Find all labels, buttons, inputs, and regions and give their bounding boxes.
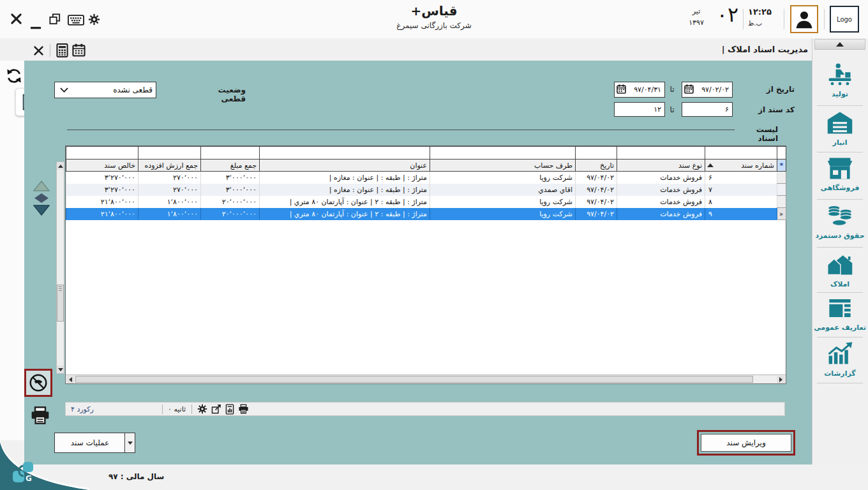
final-status-value: قطعی نشده xyxy=(68,85,156,94)
divider xyxy=(817,199,863,200)
sidebar-item-payroll[interactable]: حقوق دستمزد xyxy=(812,203,868,240)
filter-cell[interactable] xyxy=(260,147,430,160)
horizontal-scroll-thumb[interactable] xyxy=(75,376,753,383)
scroll-right-button[interactable] xyxy=(777,376,785,383)
divider xyxy=(191,405,192,414)
code-from-label: کد سند از xyxy=(756,105,795,114)
divider xyxy=(817,105,863,106)
store-icon xyxy=(826,156,854,181)
print-icon[interactable] xyxy=(29,405,51,426)
final-status-label: وضعیت قطعی xyxy=(191,85,246,103)
export-icon[interactable] xyxy=(211,404,221,417)
scroll-left-button[interactable] xyxy=(66,376,75,383)
filter-cell[interactable] xyxy=(201,147,260,160)
column-header-title[interactable]: عنوان xyxy=(260,160,430,172)
column-header-date[interactable]: تاریخ xyxy=(576,160,617,172)
date-from-field[interactable]: ۹۷/۰۲/۰۲ xyxy=(682,82,733,98)
horizontal-scrollbar[interactable] xyxy=(66,375,786,383)
cell-date: ۹۷/۰۴/۰۲ xyxy=(576,184,617,196)
user-avatar[interactable] xyxy=(790,5,818,33)
cell-net: ۳٬۲۷۰٬۰۰۰ xyxy=(66,172,138,184)
to-label: تا xyxy=(666,85,678,94)
filter-cell[interactable] xyxy=(138,147,201,160)
row-indicator xyxy=(777,196,786,208)
chevron-down-icon[interactable] xyxy=(60,86,68,94)
company-logo-button[interactable]: Logo xyxy=(830,6,859,33)
sidebar-item-general-definitions[interactable]: تعاریف عمومی xyxy=(812,296,868,332)
calendar-icon[interactable] xyxy=(617,84,626,96)
general-definitions-icon xyxy=(827,296,853,320)
cell-title: متراژ : | طبقه : | عنوان : مغازه | xyxy=(260,172,430,184)
filter-cell[interactable] xyxy=(705,147,777,160)
scroll-down-button[interactable] xyxy=(57,366,64,373)
move-up-arrow[interactable] xyxy=(33,181,50,194)
calendar-icon[interactable] xyxy=(684,84,694,96)
sidebar-scroll-up-button[interactable] xyxy=(814,39,865,50)
disconnect-icon-annotated[interactable] xyxy=(24,369,52,397)
calendar-icon[interactable] xyxy=(72,43,86,59)
vertical-scroll-thumb[interactable] xyxy=(57,285,64,322)
table-row[interactable]: ۷ فروش خدمات ۹۷/۰۴/۰۲ اقاي صمدي متراژ : … xyxy=(66,184,786,196)
app-window: قیاس+ شرکت بازرگانی سیمرغ تیر ۱۳۹۷ ۰۲ ۱۲… xyxy=(0,0,868,490)
operations-dropdown-arrow[interactable] xyxy=(124,433,135,452)
scroll-up-button[interactable] xyxy=(57,162,64,170)
current-record-diamond[interactable] xyxy=(34,193,49,205)
table-row-selected[interactable]: « ۹ فروش خدمات ۹۷/۰۴/۰۲ شرکت رویا متراژ … xyxy=(66,208,786,220)
column-header-total-vat[interactable]: جمع ارزش افزوده xyxy=(138,160,201,172)
table-row[interactable]: ۶ فروش خدمات ۹۷/۰۴/۰۲ شرکت رویا متراژ : … xyxy=(66,172,786,184)
filter-row[interactable] xyxy=(66,147,786,160)
filter-cell[interactable] xyxy=(777,147,786,160)
sidebar-item-warehouse[interactable]: انبار xyxy=(812,110,868,147)
date-to-field[interactable]: ۹۷/۰۴/۳۱ xyxy=(614,82,665,98)
close-tab-icon[interactable] xyxy=(33,45,44,59)
filter-cell[interactable] xyxy=(576,147,617,160)
record-count: ۴ رکورد xyxy=(71,405,94,413)
column-header-account-party[interactable]: طرف حساب xyxy=(430,160,576,172)
documents-grid: * شماره سند نوع سند تاریخ طرف حساب عنوان… xyxy=(65,145,786,384)
filter-cell[interactable] xyxy=(66,147,138,160)
export-report-icon[interactable] xyxy=(225,404,234,417)
code-to-value: ۱۲ xyxy=(615,105,664,114)
warehouse-icon xyxy=(826,110,854,135)
column-header-document-number[interactable]: شماره سند xyxy=(705,160,777,172)
cell-total-vat: ۲۷۰٬۰۰۰ xyxy=(138,172,201,184)
filter-cell[interactable] xyxy=(430,147,576,160)
grid-settings-gear-icon[interactable] xyxy=(197,404,207,417)
move-down-arrow[interactable] xyxy=(33,205,50,218)
sidebar-item-store[interactable]: فروشگاهی xyxy=(812,156,868,192)
row-indicator xyxy=(777,172,786,184)
cell-title: متراژ : | طبقه : | عنوان : مغازه | xyxy=(260,184,430,196)
column-header-net[interactable]: خالص سند xyxy=(66,160,138,172)
print-grid-icon[interactable] xyxy=(238,404,249,417)
final-status-dropdown[interactable]: قطعی نشده xyxy=(54,82,156,98)
cell-document-number: ۶ xyxy=(705,172,777,184)
code-to-field[interactable]: ۱۲ xyxy=(614,102,665,117)
column-header-total-amount[interactable]: جمع مبلغ xyxy=(201,160,260,172)
production-icon xyxy=(826,61,854,87)
elapsed-time: ۰ ثانیه xyxy=(168,405,186,413)
code-from-field[interactable]: ۶ xyxy=(682,102,733,117)
sidebar-item-production[interactable]: تولید xyxy=(812,61,868,98)
sidebar-item-real-estate[interactable]: املاک xyxy=(812,251,868,288)
edit-document-button[interactable]: ویرایش سند xyxy=(701,434,791,452)
cell-total-amount: ۲۰٬۰۰۰٬۰۰۰ xyxy=(201,196,260,208)
calculator-icon[interactable] xyxy=(56,43,68,60)
active-tab-title[interactable]: مدیریت اسناد املاک | xyxy=(722,45,808,54)
person-icon xyxy=(793,8,815,30)
sidebar-item-reports[interactable]: گزارشات xyxy=(812,341,868,378)
reports-icon xyxy=(826,341,854,366)
filter-cell[interactable] xyxy=(617,147,705,160)
refresh-icon[interactable] xyxy=(6,68,22,87)
vertical-scrollbar[interactable] xyxy=(56,161,64,374)
payroll-icon xyxy=(826,203,854,228)
column-header-document-type[interactable]: نوع سند xyxy=(617,160,705,172)
calendar-year: ۱۳۹۷ xyxy=(679,19,714,27)
triangle-down-icon xyxy=(128,442,133,445)
groupbox-line xyxy=(67,130,735,130)
clock-meridiem: ب.ظ xyxy=(748,20,777,27)
cell-document-number: ۹ xyxy=(705,208,777,220)
table-row[interactable]: ۸ فروش خدمات ۹۷/۰۴/۰۲ شرکت رویا متراژ : … xyxy=(66,196,786,208)
divider xyxy=(817,247,863,248)
cell-document-number: ۸ xyxy=(705,196,777,208)
cell-total-amount: ۲۰٬۰۰۰٬۰۰۰ xyxy=(201,208,260,220)
